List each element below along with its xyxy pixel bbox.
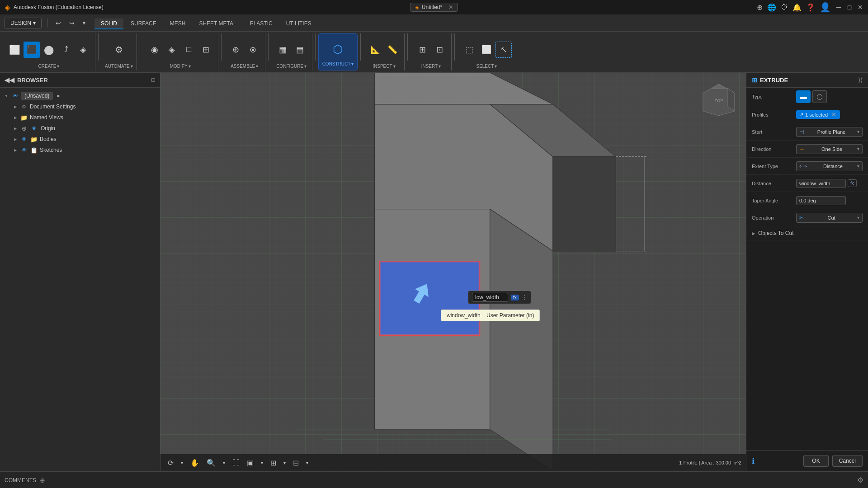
select-cursor-btn[interactable]: ↖ xyxy=(495,42,512,58)
distance-input[interactable]: low_width xyxy=(472,293,508,302)
close-btn[interactable]: ✕ xyxy=(857,4,863,10)
inspect-label[interactable]: INSPECT ▾ xyxy=(373,64,395,70)
shell-btn[interactable]: □ xyxy=(181,42,197,58)
zoom-btn[interactable]: 🔍 xyxy=(204,457,218,469)
online-icon[interactable]: 🌐 xyxy=(767,3,776,12)
display-btn[interactable]: ▣ xyxy=(244,457,256,469)
extent-type-select[interactable]: ⟺ Distance ▾ xyxy=(796,161,863,171)
env-arrow-btn[interactable]: ▾ xyxy=(303,459,311,467)
fillet-btn[interactable]: ◉ xyxy=(146,42,163,58)
help-icon[interactable]: ❓ xyxy=(806,3,815,12)
notification-icon[interactable]: 🔔 xyxy=(793,3,802,12)
profiles-badge[interactable]: ↗ 1 selected ✕ xyxy=(796,110,840,119)
viewport[interactable]: low_width fx ⋮ window_width User Paramet… xyxy=(160,73,746,471)
env-btn[interactable]: ⊟ xyxy=(290,457,302,469)
type-surface-btn[interactable]: ⬡ xyxy=(812,90,827,103)
tree-item-named-views[interactable]: ▶ 📁 Named Views xyxy=(0,112,160,123)
distance-popup[interactable]: low_width fx ⋮ xyxy=(468,291,531,304)
tree-item-bodies[interactable]: ▶ 👁 📁 Bodies xyxy=(0,134,160,145)
measure-btn[interactable]: 📐 xyxy=(367,42,383,58)
tree-item-sketches[interactable]: ▶ 👁 📋 Sketches xyxy=(0,145,160,155)
param-suggestion[interactable]: window_width User Parameter (in) xyxy=(441,310,540,321)
chamfer-btn[interactable]: ◈ xyxy=(164,42,180,58)
view-cube[interactable]: TOP xyxy=(701,82,737,118)
automate-label[interactable]: AUTOMATE ▾ xyxy=(105,64,133,70)
configure-btn2[interactable]: ▤ xyxy=(292,42,308,58)
minimize-btn[interactable]: ─ xyxy=(835,4,842,10)
orbit-arrow-btn[interactable]: ▾ xyxy=(178,459,186,467)
extrude-btn[interactable]: ⬛ xyxy=(24,42,40,58)
cancel-btn[interactable]: Cancel xyxy=(832,455,863,467)
info-btn[interactable]: ℹ xyxy=(752,457,755,465)
history-icon[interactable]: ⏱ xyxy=(781,3,788,11)
visibility-icon-sketches[interactable]: 👁 xyxy=(20,146,28,154)
select-btn2[interactable]: ⬜ xyxy=(478,42,495,58)
close-document-icon[interactable]: ✕ xyxy=(448,4,453,10)
grid-btn[interactable]: ⊞ xyxy=(268,457,279,469)
loft-btn[interactable]: ◈ xyxy=(75,42,91,58)
tab-plastic[interactable]: PLASTIC xyxy=(244,19,279,29)
settings-icon-bottom[interactable]: ⚙ xyxy=(857,476,863,484)
grid-arrow-btn[interactable]: ▾ xyxy=(281,459,288,467)
new-component-btn[interactable]: ⬜ xyxy=(6,42,23,58)
tab-surface[interactable]: SURFACE xyxy=(124,19,163,29)
orbit-btn[interactable]: ⟳ xyxy=(165,457,176,469)
display-arrow-btn[interactable]: ▾ xyxy=(258,459,266,467)
zoom-arrow-btn[interactable]: ▾ xyxy=(220,459,228,467)
visibility-icon-unsaved[interactable]: 👁 xyxy=(11,92,19,100)
start-select[interactable]: ⊣ Profile Plane ▾ xyxy=(796,127,863,137)
maximize-btn[interactable]: □ xyxy=(846,4,853,10)
scale-btn[interactable]: ⊞ xyxy=(198,42,214,58)
comments-add-icon[interactable]: ⊕ xyxy=(40,477,45,484)
profiles-clear-btn[interactable]: ✕ xyxy=(831,111,836,118)
distance-field[interactable]: window_width xyxy=(796,179,846,188)
automate-btn[interactable]: ⚙ xyxy=(111,42,127,58)
configure-btn1[interactable]: ▦ xyxy=(275,42,291,58)
objects-to-cut-row[interactable]: ▶ Objects To Cut xyxy=(746,226,868,240)
assemble-btn2[interactable]: ⊗ xyxy=(245,42,261,58)
redo-btn[interactable]: ↪ xyxy=(66,18,77,28)
add-icon[interactable]: ⊕ xyxy=(757,3,763,12)
construct-label[interactable]: CONSTRUCT ▾ xyxy=(322,61,354,68)
undo-btn[interactable]: ↩ xyxy=(53,18,64,28)
tab-solid[interactable]: SOLID xyxy=(94,19,123,29)
revolve-btn[interactable]: ⬤ xyxy=(41,42,57,58)
ok-btn[interactable]: OK xyxy=(803,455,828,467)
type-solid-btn[interactable]: ▬ xyxy=(796,90,811,103)
direction-select[interactable]: → One Side ▾ xyxy=(796,144,863,154)
tree-item-origin[interactable]: ▶ ⊕ 👁 Origin xyxy=(0,123,160,134)
insert-label[interactable]: INSERT ▾ xyxy=(421,64,441,70)
select-label[interactable]: SELECT ▾ xyxy=(476,64,497,70)
tree-item-doc-settings[interactable]: ▶ ⚙ Document Settings xyxy=(0,101,160,112)
tab-mesh[interactable]: MESH xyxy=(164,19,192,29)
insert-btn2[interactable]: ⊡ xyxy=(431,42,448,58)
distance-fx-btn[interactable]: fx xyxy=(848,179,857,187)
fx-badge[interactable]: fx xyxy=(511,295,519,300)
taper-angle-field[interactable]: 0.0 deg xyxy=(796,196,846,205)
more-options-btn[interactable]: ⋮ xyxy=(522,294,527,300)
visibility-icon-origin[interactable]: 👁 xyxy=(30,124,38,132)
select-btn1[interactable]: ⬚ xyxy=(461,42,477,58)
sweep-btn[interactable]: ⤴ xyxy=(58,42,74,58)
redo-arrow-btn[interactable]: ▾ xyxy=(80,18,88,28)
panel-pin-btn[interactable]: ⟩⟩ xyxy=(858,76,863,84)
tree-item-unsaved[interactable]: ▼ 👁 (Unsaved) ● xyxy=(0,90,160,101)
browser-collapse-icon[interactable]: ◀◀ xyxy=(5,76,14,84)
design-dropdown[interactable]: DESIGN ▾ xyxy=(5,18,42,28)
tab-utilities[interactable]: UTILITIES xyxy=(280,19,318,29)
operation-select[interactable]: ✂ Cut ▾ xyxy=(796,213,863,223)
assemble-label[interactable]: ASSEMBLE ▾ xyxy=(231,64,258,70)
configure-label[interactable]: CONFIGURE ▾ xyxy=(276,64,307,70)
browser-settings-icon[interactable]: ⊡ xyxy=(151,77,156,83)
inspect-btn2[interactable]: 📏 xyxy=(384,42,401,58)
assemble-btn1[interactable]: ⊕ xyxy=(228,42,244,58)
fit-btn[interactable]: ⛶ xyxy=(230,457,242,469)
visibility-icon-bodies[interactable]: 👁 xyxy=(20,135,28,143)
pan-btn[interactable]: ✋ xyxy=(188,457,202,469)
tab-sheet-metal[interactable]: SHEET METAL xyxy=(193,19,242,29)
construct-plane-btn[interactable]: ⬡ xyxy=(327,39,349,61)
document-tab[interactable]: ◈ Untitled* ✕ xyxy=(410,3,458,12)
create-label[interactable]: CREATE ▾ xyxy=(38,64,60,70)
modify-label[interactable]: MODIFY ▾ xyxy=(170,64,191,70)
avatar-icon[interactable]: 👤 xyxy=(820,2,831,13)
